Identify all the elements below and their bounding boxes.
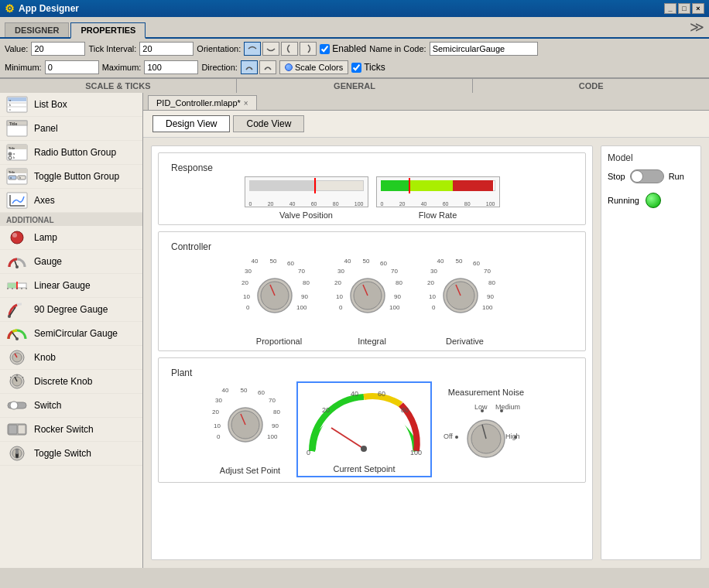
svg-text:c: c	[9, 108, 11, 111]
setpoint-knob-widget: 50 60 70 80 90 100 40 30 20 10 0	[211, 385, 289, 475]
sidebar-item-switch[interactable]: Switch	[0, 394, 142, 418]
canvas-area: Response 0 20	[143, 138, 709, 568]
run-stop-toggle-row: Stop Run	[608, 169, 694, 183]
svg-text:90: 90	[487, 293, 494, 300]
sidebar-item-lamp[interactable]: Lamp	[0, 226, 142, 250]
svg-text:40: 40	[351, 390, 358, 398]
svg-text:0: 0	[339, 304, 343, 311]
value-input[interactable]	[31, 42, 85, 56]
derivative-label: Derivative	[426, 337, 504, 346]
maximum-input[interactable]	[144, 60, 198, 74]
tab-scale-ticks[interactable]: SCALE & TICKS	[0, 79, 237, 93]
axes-icon	[6, 192, 28, 209]
sidebar-item-90gauge[interactable]: 90 Degree Gauge	[0, 298, 142, 322]
enabled-label: Enabled	[332, 43, 366, 54]
name-in-code-input[interactable]	[430, 42, 538, 56]
integral-label: Integral	[334, 337, 411, 346]
collapse-button[interactable]: ≫	[685, 17, 709, 37]
proportional-knob-svg[interactable]: 50 60 70 80 90 100 40 30 20 10 0	[241, 255, 318, 333]
integral-knob-svg[interactable]: 50 60 70 80 90 100 40 30 20 10 0	[334, 255, 411, 333]
sidebar-item-listbox[interactable]: a b c List Box	[0, 93, 142, 117]
lineargauge-icon	[6, 277, 28, 294]
svg-text:70: 70	[298, 268, 305, 275]
tick-interval-label: Tick Interval:	[88, 44, 136, 53]
svg-text:50: 50	[241, 387, 248, 394]
svg-text:0: 0	[246, 304, 250, 311]
app-title: App Designer	[19, 3, 79, 14]
doc-tab-pid[interactable]: PID_Controller.mlapp* ×	[148, 95, 257, 110]
sidebar-item-radiogroup[interactable]: Title a b Radio Button Group	[0, 141, 142, 165]
svg-text:Off: Off	[444, 432, 453, 440]
orient-btn-1[interactable]	[244, 42, 261, 56]
enabled-checkbox[interactable]	[320, 44, 330, 54]
sidebar-item-knob[interactable]: Knob	[0, 346, 142, 370]
svg-text:100: 100	[482, 304, 493, 311]
svg-point-131	[481, 409, 484, 412]
flow-label: Flow Rate	[376, 210, 500, 220]
content-area: PID_Controller.mlapp* × Design View Code…	[143, 93, 709, 568]
orient-btn-2[interactable]	[262, 42, 279, 56]
tab-general[interactable]: GENERAL	[237, 79, 474, 93]
maximize-button[interactable]: □	[678, 3, 690, 14]
svg-text:40: 40	[251, 258, 258, 265]
toggleswitch-icon	[6, 445, 28, 462]
response-section: Response 0 20	[158, 152, 586, 225]
svg-text:40: 40	[437, 258, 444, 265]
valve-scale-20: 20	[268, 201, 274, 207]
minimum-input[interactable]	[45, 60, 99, 74]
knob-icon	[6, 349, 28, 366]
tab-code[interactable]: CODE	[473, 79, 709, 93]
ticks-checkbox[interactable]	[351, 63, 361, 73]
running-row: Running	[608, 193, 694, 208]
scale-colors-button[interactable]: Scale Colors	[279, 60, 348, 74]
sidebar-item-discreteknob[interactable]: Discrete Knob	[0, 370, 142, 394]
svg-text:Title: Title	[9, 146, 15, 150]
sidebar-item-gauge[interactable]: Gauge	[0, 250, 142, 274]
valve-scale-60: 60	[311, 201, 317, 207]
app-icon: ⚙	[5, 2, 15, 15]
sidebar-item-lineargauge[interactable]: Linear Gauge	[0, 274, 142, 298]
sidebar-item-rockerswitch[interactable]: Rocker Switch	[0, 418, 142, 442]
main-panel: Response 0 20	[151, 145, 593, 560]
run-stop-toggle[interactable]	[630, 169, 664, 183]
svg-text:Medium: Medium	[495, 403, 520, 411]
measurement-noise-widget: Measurement Noise Low Medium Off High	[440, 388, 533, 472]
sidebar-item-semicirculargauge[interactable]: SemiCircular Gauge	[0, 322, 142, 346]
svg-text:30: 30	[430, 268, 437, 275]
current-setpoint-widget[interactable]: 0 20 40 60 80 100 Current Setpoint	[296, 381, 432, 477]
sidebar-item-toggleswitch[interactable]: Toggle Switch	[0, 442, 142, 466]
svg-text:20: 20	[322, 406, 330, 414]
derivative-knob-svg[interactable]: 50 60 70 80 90 100 40 30 20 10 0	[426, 255, 504, 333]
orient-btn-4[interactable]	[300, 42, 317, 56]
setpoint-knob-svg[interactable]: 50 60 70 80 90 100 40 30 20 10 0	[211, 385, 289, 462]
properties-toolbar: Value: Tick Interval: Orientation: Enabl…	[0, 39, 709, 78]
dir-btn-1[interactable]	[241, 60, 258, 74]
close-button[interactable]: ×	[692, 3, 704, 14]
svg-text:20: 20	[212, 409, 219, 415]
flow-green	[381, 180, 410, 191]
tick-interval-input[interactable]	[139, 42, 194, 56]
svg-text:30: 30	[337, 268, 344, 275]
discreteknob-icon	[6, 373, 28, 390]
doc-tab-close[interactable]: ×	[244, 99, 248, 108]
scale-colors-label: Scale Colors	[295, 63, 343, 72]
minimize-button[interactable]: _	[664, 3, 676, 14]
model-title: Model	[608, 152, 694, 163]
code-view-button[interactable]: Code View	[233, 115, 304, 132]
svg-text:60: 60	[473, 260, 480, 267]
proportional-label: Proportional	[241, 337, 318, 346]
svg-text:0: 0	[307, 449, 310, 456]
sidebar-item-axes[interactable]: Axes	[0, 189, 142, 213]
controller-title: Controller	[163, 237, 581, 255]
tab-properties[interactable]: PROPERTIES	[70, 22, 146, 39]
svg-text:40: 40	[344, 258, 351, 265]
design-view-button[interactable]: Design View	[152, 115, 230, 132]
noise-knob-svg[interactable]: Low Medium Off High	[440, 400, 533, 470]
orient-btn-3[interactable]	[281, 42, 298, 56]
svg-text:High: High	[505, 432, 520, 440]
tab-designer[interactable]: DESIGNER	[5, 22, 69, 37]
dir-btn-2[interactable]	[259, 60, 276, 74]
sidebar-item-panel[interactable]: Title Panel	[0, 117, 142, 141]
svg-text:Low: Low	[474, 403, 488, 411]
sidebar-item-togglebtngroup[interactable]: Title a b Toggle Button Group	[0, 165, 142, 189]
